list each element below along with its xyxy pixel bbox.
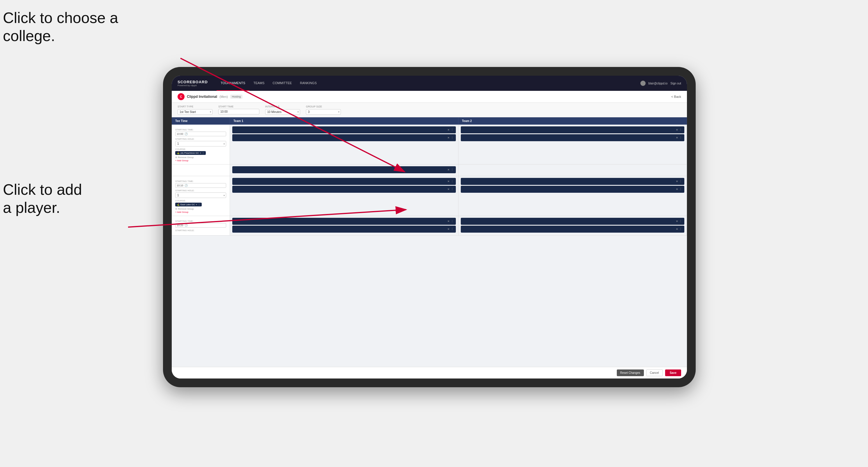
time-value-3: 10:20	[177, 224, 183, 227]
course-badge-2[interactable]: ⛳ East Lake GC × ⋮	[175, 203, 202, 207]
nav-tab-rankings[interactable]: RANKINGS	[296, 76, 321, 91]
player-slot-t1-3-2[interactable]: ✕ ⋮	[232, 226, 456, 232]
slot-close-icon-2[interactable]: ✕	[447, 136, 450, 139]
group-size-select[interactable]: 3 2 4	[306, 109, 341, 115]
starting-hole-wrapper-1[interactable]: 1 10	[175, 141, 226, 147]
reset-button[interactable]: Reset Changes	[617, 370, 644, 376]
group-row-1: STARTING TIME: 10:00 🕐 STARTING HOLE: 1 …	[172, 125, 687, 164]
tournament-name: Clippd Invitational	[187, 95, 217, 99]
group-size-select-wrapper[interactable]: 3 2 4	[306, 109, 341, 115]
slot-close-icon-4[interactable]: ✕	[676, 136, 678, 139]
starting-hole-label-2: STARTING HOLE:	[175, 189, 226, 192]
player-slot-t2-2-1[interactable]: ✕ ⋮	[461, 178, 684, 185]
group-team2-3: ✕ ⋮ ✕ ⋮	[459, 216, 687, 235]
slot-menu-icon-2[interactable]: ⋮	[451, 136, 454, 139]
tablet-screen: SCOREBOARD Powered by clippd TOURNAMENTS…	[172, 76, 687, 378]
group-team1-3: ✕ ⋮ ✕ ⋮	[230, 216, 459, 235]
player-slot-t1-2-2[interactable]: ✕ ⋮	[232, 186, 456, 193]
slot-close-icon-6[interactable]: ✕	[447, 188, 450, 191]
starting-hole-select-1[interactable]: 1 10	[175, 141, 226, 147]
starting-time-input-1[interactable]: 10:00 🕐	[175, 132, 226, 136]
app-footer: Reset Changes Cancel Save	[172, 367, 687, 378]
remove-group-1[interactable]: ⊖ Remove Group	[175, 156, 226, 159]
slot-close-icon-c1[interactable]: ✕	[447, 168, 450, 171]
slot-menu-icon-8[interactable]: ⋮	[679, 188, 682, 191]
course-remove-1[interactable]: ×	[200, 152, 202, 154]
clippd-logo-icon: C	[178, 93, 185, 100]
slot-menu-icon-10[interactable]: ⋮	[451, 228, 454, 230]
player-slot-t1-1-1[interactable]: ✕ ⋮	[232, 126, 456, 133]
start-time-input[interactable]	[218, 109, 259, 115]
course-field-1: ⛳ (A) Peachtree GC × ⋮	[175, 151, 226, 155]
table-content: STARTING TIME: 10:00 🕐 STARTING HOLE: 1 …	[172, 125, 687, 367]
slot-menu-icon-5[interactable]: ⋮	[451, 180, 454, 183]
slot-menu-icon-1[interactable]: ⋮	[451, 128, 454, 131]
player-slot-t2-3-1[interactable]: ✕ ⋮	[461, 218, 684, 225]
course-edit-1[interactable]: ⋮	[202, 152, 204, 154]
slot-close-icon-8[interactable]: ✕	[676, 188, 678, 191]
annotation-add-player: Click to add a player.	[3, 181, 82, 217]
intervals-select[interactable]: 10 Minutes 8 Minutes 12 Minutes	[265, 109, 300, 115]
group-team1-2: ✕ ⋮ ✕ ⋮	[230, 176, 459, 216]
slot-close-icon-7[interactable]: ✕	[676, 180, 678, 183]
course-left-1	[172, 164, 230, 176]
logo-sub: Powered by clippd	[178, 84, 208, 87]
slot-close-icon-10[interactable]: ✕	[447, 228, 450, 230]
slot-menu-icon-9[interactable]: ⋮	[451, 220, 454, 223]
intervals-label: Intervals	[265, 105, 300, 108]
hosting-badge: Hosting	[230, 95, 243, 99]
player-slot-t2-3-2[interactable]: ✕ ⋮	[461, 226, 684, 232]
starting-time-input-2[interactable]: 10:10 🕐	[175, 183, 226, 188]
slot-menu-icon-3[interactable]: ⋮	[679, 128, 682, 131]
start-type-select-wrapper[interactable]: 1st Tee Start Shotgun Start	[178, 109, 213, 115]
cancel-button[interactable]: Cancel	[646, 370, 663, 376]
player-slot-t2-1-2[interactable]: ✕ ⋮	[461, 134, 684, 141]
player-slot-t1-2-1[interactable]: ✕ ⋮	[232, 178, 456, 185]
remove-group-2[interactable]: ⊖ Remove Group	[175, 208, 226, 210]
starting-hole-label-3: STARTING HOLE:	[175, 229, 226, 232]
player-slot-t1-3-1[interactable]: ✕ ⋮	[232, 218, 456, 225]
player-slot-t1-1-2[interactable]: ✕ ⋮	[232, 134, 456, 141]
controls-row: Start Type 1st Tee Start Shotgun Start S…	[172, 103, 687, 117]
sign-out-link[interactable]: Sign out	[670, 82, 681, 85]
start-time-group: Start Time	[218, 105, 259, 115]
nav-tab-tournaments[interactable]: TOURNAMENTS	[217, 76, 249, 91]
course-remove-2[interactable]: ×	[196, 203, 197, 206]
th-team1: Team 1	[230, 117, 459, 125]
player-slot-t1-course-1[interactable]: ✕ ⋮	[232, 166, 456, 173]
tablet-frame: SCOREBOARD Powered by clippd TOURNAMENTS…	[163, 67, 696, 387]
start-type-select[interactable]: 1st Tee Start Shotgun Start	[178, 109, 213, 115]
slot-menu-icon-12[interactable]: ⋮	[679, 228, 682, 230]
course-field-2: ⛳ East Lake GC × ⋮	[175, 203, 226, 207]
starting-hole-select-2[interactable]: 1 10	[175, 192, 226, 198]
add-group-2[interactable]: + Add Group	[175, 211, 226, 213]
slot-menu-icon-11[interactable]: ⋮	[679, 220, 682, 223]
nav-tabs: TOURNAMENTS TEAMS COMMITTEE RANKINGS	[217, 76, 640, 91]
group-left-2: STARTING TIME: 10:10 🕐 STARTING HOLE: 1 …	[172, 176, 230, 216]
slot-close-icon-1[interactable]: ✕	[447, 128, 450, 131]
slot-close-icon-11[interactable]: ✕	[676, 220, 678, 223]
back-button[interactable]: < Back	[671, 95, 681, 98]
slot-menu-icon-4[interactable]: ⋮	[679, 136, 682, 139]
save-button[interactable]: Save	[665, 370, 681, 376]
slot-close-icon-5[interactable]: ✕	[447, 180, 450, 183]
annotation-line3: Click to add	[3, 181, 82, 198]
slot-menu-icon-c1[interactable]: ⋮	[451, 168, 454, 171]
nav-tab-committee[interactable]: COMMITTEE	[269, 76, 296, 91]
slot-close-icon-9[interactable]: ✕	[447, 220, 450, 223]
intervals-select-wrapper[interactable]: 10 Minutes 8 Minutes 12 Minutes	[265, 109, 300, 115]
starting-time-input-3[interactable]: 10:20 🕐	[175, 223, 226, 228]
player-slot-t2-2-2[interactable]: ✕ ⋮	[461, 186, 684, 193]
starting-hole-wrapper-2[interactable]: 1 10	[175, 192, 226, 198]
slot-close-icon-12[interactable]: ✕	[676, 228, 678, 230]
add-group-1[interactable]: + Add Group	[175, 159, 226, 162]
course-edit-2[interactable]: ⋮	[198, 203, 200, 206]
clock-icon-3: 🕐	[185, 224, 188, 227]
slot-close-icon-3[interactable]: ✕	[676, 128, 678, 131]
course-badge-1[interactable]: ⛳ (A) Peachtree GC × ⋮	[175, 151, 206, 155]
nav-tab-teams[interactable]: TEAMS	[249, 76, 269, 91]
slot-menu-icon-6[interactable]: ⋮	[451, 188, 454, 191]
starting-time-label-1: STARTING TIME:	[175, 128, 226, 131]
player-slot-t2-1-1[interactable]: ✕ ⋮	[461, 126, 684, 133]
slot-menu-icon-7[interactable]: ⋮	[679, 180, 682, 183]
